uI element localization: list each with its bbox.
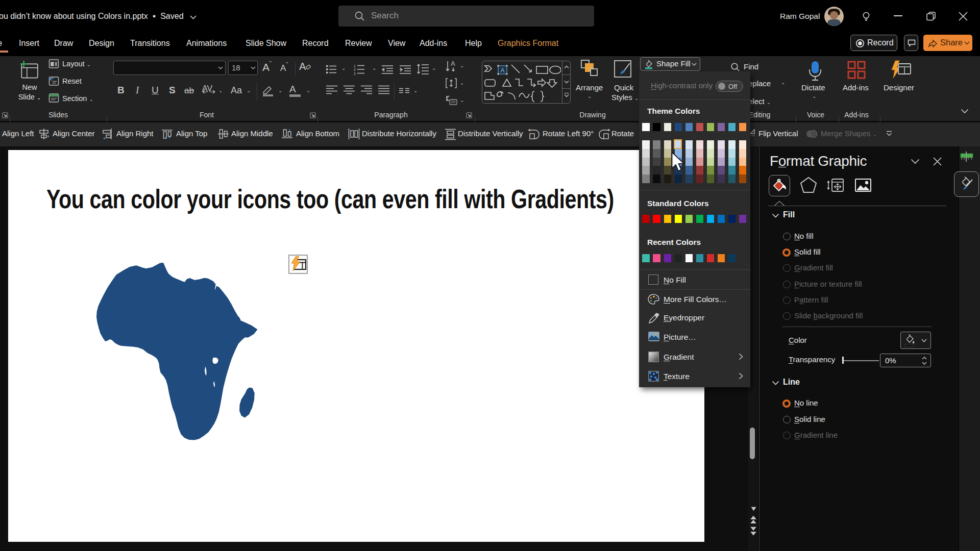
svg-text:1: 1 [354, 64, 356, 68]
svg-text:2: 2 [354, 68, 356, 71]
svg-text:A: A [501, 67, 505, 74]
svg-text:A: A [451, 60, 455, 67]
svg-text:3: 3 [354, 72, 356, 76]
